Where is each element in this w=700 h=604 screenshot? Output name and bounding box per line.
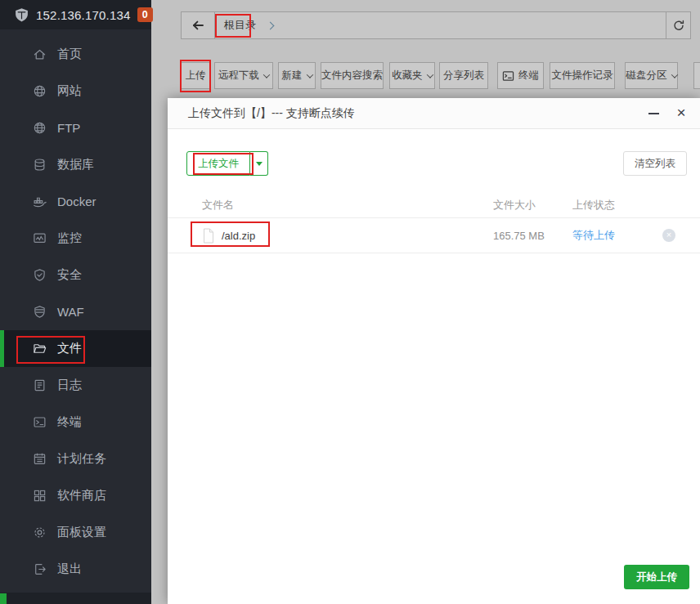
upload-status-link[interactable]: 等待上传	[572, 229, 615, 241]
terminal-button[interactable]: 终端	[497, 62, 544, 89]
remote-download-button[interactable]: 远程下载	[214, 62, 273, 89]
settings-icon	[33, 526, 47, 539]
toolbar-button-label: 上传	[186, 69, 206, 83]
panel-logo-icon	[14, 7, 29, 23]
sidebar-item-label: 网站	[57, 83, 82, 99]
sidebar-item-database[interactable]: 数据库	[0, 146, 151, 183]
sidebar-item-logs[interactable]: 日志	[0, 367, 151, 404]
calendar-icon	[33, 452, 47, 466]
sidebar-item-monitor[interactable]: 监控	[0, 220, 151, 257]
partial-button[interactable]	[693, 62, 700, 89]
sidebar-item-label: 文件	[57, 341, 82, 356]
sidebar-item-label: FTP	[57, 121, 80, 135]
back-button[interactable]	[182, 12, 215, 38]
clear-list-button[interactable]: 清空列表	[623, 151, 687, 176]
close-icon[interactable]: ×	[674, 106, 689, 121]
message-count-badge[interactable]: 0	[137, 7, 153, 22]
upload-dropdown-toggle[interactable]	[250, 151, 268, 176]
sidebar-item-files[interactable]: 文件	[0, 330, 151, 367]
column-header-filename: 文件名	[168, 198, 493, 213]
sidebar-item-home[interactable]: 首页	[0, 36, 151, 73]
file-icon	[202, 228, 215, 244]
upload-file-button[interactable]: 上传文件	[186, 151, 250, 176]
toolbar-button-label: 新建	[282, 69, 303, 83]
favorites-button[interactable]: 收藏夹	[389, 62, 435, 89]
sidebar-item-cron[interactable]: 计划任务	[0, 441, 151, 477]
upload-button[interactable]: 上传	[181, 62, 210, 89]
sidebar-item-security[interactable]: 安全	[0, 257, 151, 293]
sidebar-item-label: WAF	[57, 305, 84, 319]
terminal-icon	[502, 70, 514, 82]
sidebar-item-waf[interactable]: WAF	[0, 293, 151, 330]
server-header[interactable]: 152.136.170.134 0	[0, 0, 151, 29]
remove-file-icon[interactable]: ×	[662, 229, 675, 242]
start-upload-button[interactable]: 开始上传	[624, 565, 689, 589]
minimize-button[interactable]	[647, 107, 660, 120]
upload-split-button: 上传文件	[186, 151, 268, 176]
sidebar-item-label: 首页	[57, 47, 82, 62]
docker-icon	[33, 195, 47, 208]
dialog-title: 上传文件到【/】--- 支持断点续传	[188, 106, 355, 121]
sidebar-menu: 首页 网站 FTP 数据库 Docker	[0, 36, 151, 588]
sidebar-item-label: 软件商店	[57, 488, 106, 503]
sidebar-item-ftp[interactable]: FTP	[0, 110, 151, 146]
monitor-icon	[33, 231, 47, 245]
upload-dialog: 上传文件到【/】--- 支持断点续传 × 上传文件 清空列表 文件名 文件大小 …	[168, 98, 700, 604]
toolbar-button-label: 终端	[518, 69, 539, 83]
server-ip: 152.136.170.134	[36, 8, 131, 22]
toolbar-button-label: 收藏夹	[392, 69, 423, 83]
home-icon	[33, 47, 47, 61]
caret-down-icon	[256, 162, 262, 166]
chevron-right-icon	[267, 21, 275, 29]
column-header-filesize: 文件大小	[493, 198, 572, 213]
sidebar-item-panel-settings[interactable]: 面板设置	[0, 514, 151, 551]
upload-table: 文件名 文件大小 上传状态 /ald.zip 165.75 MB 等待上传 ×	[168, 192, 700, 253]
share-list-button[interactable]: 分享列表	[439, 62, 488, 89]
sidebar-item-docker[interactable]: Docker	[0, 183, 151, 220]
file-size: 165.75 MB	[493, 230, 572, 242]
file-operation-log-button[interactable]: 文件操作记录	[550, 62, 615, 89]
chevron-down-icon	[427, 71, 433, 78]
sidebar-item-logout[interactable]: 退出	[0, 551, 151, 588]
dialog-toolbar: 上传文件 清空列表	[168, 151, 700, 176]
logout-icon	[33, 562, 47, 576]
breadcrumb-bar: 根目录	[181, 11, 691, 39]
chevron-down-icon	[263, 71, 270, 78]
sidebar-item-label: 终端	[57, 414, 82, 430]
toolbar-button-label: 文件内容搜索	[321, 69, 383, 83]
file-name: /ald.zip	[222, 230, 255, 242]
sidebar-item-label: 监控	[57, 230, 82, 246]
folder-icon	[33, 342, 47, 356]
refresh-button[interactable]	[666, 12, 690, 38]
store-icon	[33, 489, 47, 503]
database-icon	[33, 158, 47, 172]
toolbar-button-label: 分享列表	[443, 69, 484, 83]
ftp-icon	[33, 121, 47, 135]
breadcrumb-root[interactable]: 根目录	[224, 18, 256, 33]
arrow-left-icon	[191, 20, 204, 31]
table-header-row: 文件名 文件大小 上传状态	[168, 192, 700, 218]
sidebar-item-label: 面板设置	[57, 525, 106, 540]
green-indicator	[0, 593, 7, 604]
sidebar-item-label: Docker	[57, 195, 96, 208]
refresh-icon	[672, 19, 685, 32]
toolbar-button-label: 文件操作记录	[552, 69, 613, 83]
dialog-header: 上传文件到【/】--- 支持断点续传 ×	[168, 98, 700, 129]
sidebar-item-label: 数据库	[57, 157, 94, 172]
new-button[interactable]: 新建	[278, 62, 316, 89]
sidebar-item-label: 安全	[57, 267, 82, 283]
sidebar-item-label: 日志	[57, 378, 82, 393]
sidebar-item-label: 退出	[57, 561, 82, 577]
toolbar-button-label: 磁盘分区	[626, 69, 667, 83]
sidebar-item-appstore[interactable]: 软件商店	[0, 477, 151, 514]
minimize-icon	[648, 113, 659, 114]
file-content-search-button[interactable]: 文件内容搜索	[321, 62, 384, 89]
sidebar-item-website[interactable]: 网站	[0, 73, 151, 110]
sidebar-item-terminal[interactable]: 终端	[0, 404, 151, 441]
chevron-down-icon	[306, 71, 312, 78]
column-header-status: 上传状态	[572, 198, 662, 213]
security-icon	[33, 268, 47, 282]
waf-icon	[33, 305, 47, 319]
disk-partition-button[interactable]: 磁盘分区	[625, 62, 678, 89]
table-row[interactable]: /ald.zip 165.75 MB 等待上传 ×	[168, 218, 700, 253]
